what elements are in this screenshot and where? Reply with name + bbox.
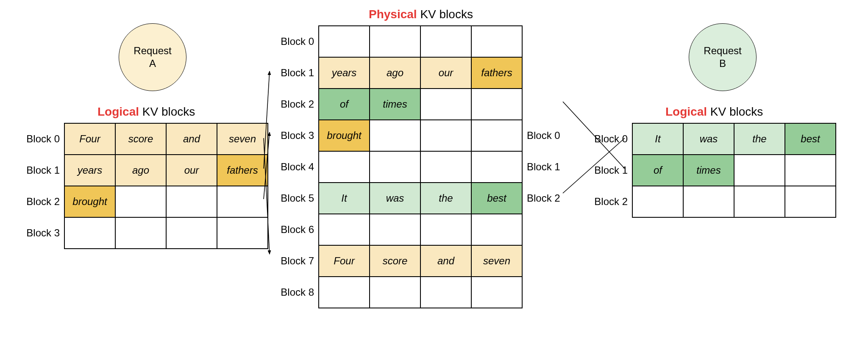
table-a-cell	[217, 186, 268, 217]
table-a-cell	[166, 217, 217, 249]
table-p-row-label-right	[522, 245, 574, 277]
table-p-cell: seven	[471, 245, 522, 277]
table-a-cell: fathers	[217, 155, 268, 186]
table-a-cell	[115, 186, 166, 217]
table-b-cell: of	[632, 155, 683, 186]
table-b-row-label: Block 1	[581, 155, 632, 186]
request-b-label-1: Request	[704, 45, 741, 56]
table-p-cell: and	[420, 245, 471, 277]
table-logical-b: Block 0ItwasthebestBlock 1oftimesBlock 2	[581, 123, 836, 218]
table-p-cell: our	[420, 57, 471, 89]
table-p-cell	[420, 120, 471, 151]
request-a-label-1: Request	[134, 45, 171, 56]
table-p-cell: years	[319, 57, 370, 89]
table-b-cell	[785, 186, 836, 217]
table-p-row-label-left: Block 3	[267, 120, 319, 151]
table-logical-a: Block 0FourscoreandsevenBlock 1yearsagoo…	[13, 123, 268, 249]
table-a-row-label: Block 3	[13, 217, 64, 249]
table-p-row-label-left: Block 6	[267, 214, 319, 245]
table-a-cell: score	[115, 123, 166, 155]
heading-left: Logical KV blocks	[97, 105, 195, 119]
table-a-row-label: Block 2	[13, 186, 64, 217]
table-p-row-label-left: Block 5	[267, 183, 319, 214]
table-p-row-label-right	[522, 26, 574, 57]
table-p-row-label-left: Block 1	[267, 57, 319, 89]
table-p-row-label-right	[522, 277, 574, 308]
table-a-row-label: Block 1	[13, 155, 64, 186]
table-b-cell: It	[632, 123, 683, 155]
table-p-cell	[420, 89, 471, 120]
table-a-cell: seven	[217, 123, 268, 155]
table-p-cell	[370, 26, 420, 57]
heading-right: Logical KV blocks	[665, 105, 763, 119]
table-p-cell: of	[319, 89, 370, 120]
table-a-row-label: Block 0	[13, 123, 64, 155]
table-p-cell: the	[420, 183, 471, 214]
table-a-cell: Four	[64, 123, 115, 155]
table-a-cell: and	[166, 123, 217, 155]
table-p-cell	[319, 26, 370, 57]
table-p-cell: fathers	[471, 57, 522, 89]
table-a-cell	[217, 217, 268, 249]
table-a-cell	[115, 217, 166, 249]
table-p-row-label-right: Block 1	[522, 151, 574, 183]
table-physical: Block 0Block 1yearsagoourfathersBlock 2o…	[267, 25, 574, 308]
table-p-row-label-right	[522, 89, 574, 120]
table-p-cell: brought	[319, 120, 370, 151]
table-p-cell	[420, 277, 471, 308]
request-b-label-2: B	[719, 58, 726, 69]
table-p-cell	[420, 151, 471, 183]
table-p-cell	[471, 151, 522, 183]
table-p-row-label-right: Block 0	[522, 120, 574, 151]
table-b-cell	[734, 186, 785, 217]
heading-center-rest: KV blocks	[417, 8, 473, 21]
table-p-cell	[471, 89, 522, 120]
request-a-circle: Request A	[119, 23, 186, 91]
table-p-row-label-left: Block 8	[267, 277, 319, 308]
table-p-row-label-right	[522, 57, 574, 89]
table-p-row-label-right	[522, 214, 574, 245]
table-p-row-label-left: Block 2	[267, 89, 319, 120]
table-a-cell: brought	[64, 186, 115, 217]
heading-right-rest: KV blocks	[707, 105, 763, 118]
table-b-cell	[785, 155, 836, 186]
table-p-cell	[420, 214, 471, 245]
table-p-cell	[319, 151, 370, 183]
table-p-cell	[319, 277, 370, 308]
table-p-cell: Four	[319, 245, 370, 277]
table-b-cell: best	[785, 123, 836, 155]
request-b-circle: Request B	[689, 23, 757, 91]
table-a-cell: years	[64, 155, 115, 186]
table-p-cell: score	[370, 245, 420, 277]
table-p-cell	[471, 277, 522, 308]
table-p-cell	[471, 26, 522, 57]
table-p-cell: best	[471, 183, 522, 214]
table-b-cell	[683, 186, 734, 217]
table-p-cell	[471, 214, 522, 245]
table-p-cell: times	[370, 89, 420, 120]
table-p-cell: was	[370, 183, 420, 214]
table-a-cell	[166, 186, 217, 217]
table-p-row-label-right: Block 2	[522, 183, 574, 214]
table-b-cell	[734, 155, 785, 186]
table-p-cell	[370, 151, 420, 183]
table-p-row-label-left: Block 0	[267, 26, 319, 57]
table-p-cell	[370, 214, 420, 245]
table-p-cell	[319, 214, 370, 245]
table-b-cell	[632, 186, 683, 217]
heading-left-red: Logical	[97, 105, 139, 118]
heading-left-rest: KV blocks	[139, 105, 195, 118]
table-a-cell: ago	[115, 155, 166, 186]
table-b-cell: the	[734, 123, 785, 155]
table-a-cell	[64, 217, 115, 249]
table-b-row-label: Block 0	[581, 123, 632, 155]
table-p-row-label-left: Block 4	[267, 151, 319, 183]
table-b-cell: times	[683, 155, 734, 186]
table-p-row-label-left: Block 7	[267, 245, 319, 277]
request-a-label-2: A	[149, 58, 156, 69]
table-b-cell: was	[683, 123, 734, 155]
heading-center: Physical KV blocks	[369, 8, 473, 21]
table-b-row-label: Block 2	[581, 186, 632, 217]
table-p-cell	[471, 120, 522, 151]
table-p-cell: It	[319, 183, 370, 214]
